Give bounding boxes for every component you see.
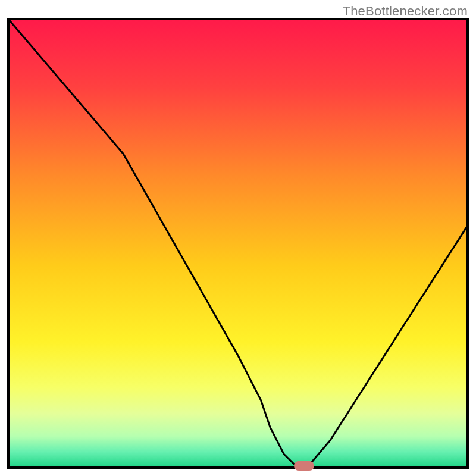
plot-area [8, 19, 468, 471]
attribution-label: TheBottlenecker.com [343, 4, 468, 19]
optimum-marker [294, 461, 314, 471]
chart-container: TheBottlenecker.com [0, 0, 476, 476]
bottleneck-chart [0, 0, 476, 476]
gradient-background [8, 19, 468, 468]
